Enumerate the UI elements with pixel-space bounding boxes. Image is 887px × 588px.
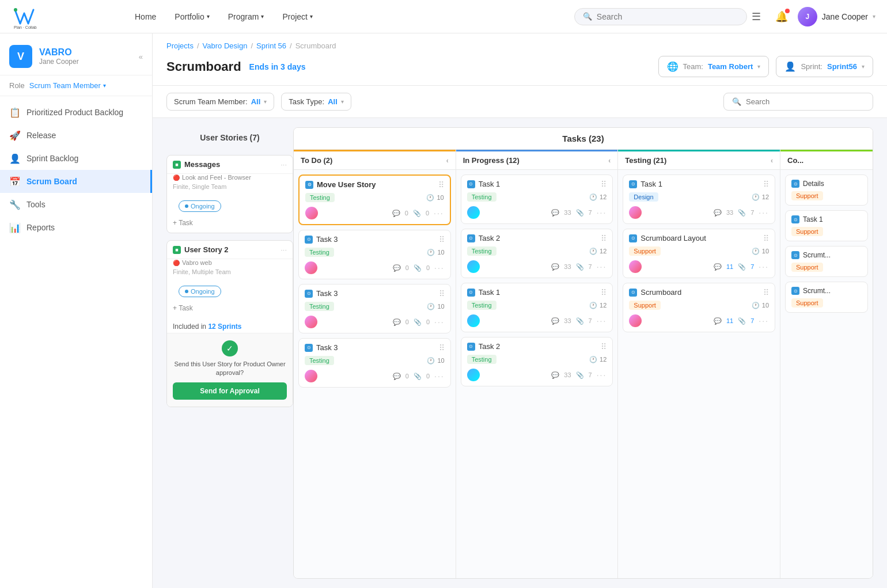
- task-more-ip-4[interactable]: ···: [597, 370, 607, 380]
- task-type-arrow: ▾: [341, 98, 344, 105]
- inprogress-nav-btn[interactable]: ‹: [608, 157, 611, 165]
- task-type-filter[interactable]: Task Type: All ▾: [281, 93, 351, 111]
- backlog-icon: 📋: [9, 107, 21, 118]
- testing-nav-btn[interactable]: ‹: [771, 157, 773, 165]
- task-drag-handle-3[interactable]: ⠿: [439, 289, 445, 298]
- breadcrumb-projects[interactable]: Projects: [166, 41, 194, 50]
- user-profile[interactable]: J Jane Cooper ▾: [798, 7, 875, 26]
- task-stats-test-2: 💬 11 📎 7 ···: [714, 262, 769, 271]
- story-status-tag-messages[interactable]: Ongoing: [179, 200, 221, 212]
- board-container: User Stories (7) ■ Messages ··· 🔴: [166, 127, 873, 579]
- add-task-btn-2[interactable]: + Task: [167, 302, 293, 318]
- task-card-comp-2[interactable]: ⊙ Task 1 Support: [785, 210, 868, 241]
- task-card-test-2[interactable]: ⊙ Scrumboard Layout ⠿ Support 🕐: [623, 229, 775, 278]
- tasks-header: Tasks (23): [294, 128, 873, 150]
- sprint-selector[interactable]: 👤 Sprint: Sprint56 ▾: [776, 56, 873, 77]
- sidebar-item-label-release: Release: [26, 131, 56, 140]
- nav-portfolio[interactable]: Portfolio ▾: [166, 9, 217, 25]
- task-more-4[interactable]: ···: [434, 371, 445, 381]
- sidebar-item-scrum-board[interactable]: 📅 Scrum Board: [0, 170, 152, 193]
- task-card-test-3[interactable]: ⊙ Scrumboard ⠿ Support 🕐: [623, 283, 775, 332]
- team-dropdown-icon: ▾: [757, 63, 760, 70]
- add-task-btn-messages[interactable]: + Task: [167, 217, 293, 233]
- task-card-ip-3[interactable]: ⊙ Task 1 ⠿ Testing 🕐: [461, 283, 613, 332]
- task-drag-ip-1[interactable]: ⠿: [601, 180, 607, 189]
- task-card-move-user-story[interactable]: ⊙ Move User Story ⠿ Testing 🕐: [298, 174, 451, 225]
- task-drag-handle-2[interactable]: ⠿: [439, 235, 445, 244]
- task-more-ip-1[interactable]: ···: [597, 208, 607, 217]
- task-card-test-1[interactable]: ⊙ Task 1 ⠿ Design 🕐: [623, 174, 775, 224]
- sidebar-item-release[interactable]: 🚀 Release: [0, 124, 152, 147]
- task-drag-handle-4[interactable]: ⠿: [439, 343, 445, 352]
- task-more-2[interactable]: ···: [434, 263, 445, 272]
- story-status-tag-2[interactable]: Ongoing: [179, 286, 221, 297]
- task-drag-ip-4[interactable]: ⠿: [601, 342, 607, 351]
- task-more-test-1[interactable]: ···: [759, 208, 769, 217]
- svg-point-1: [14, 8, 17, 12]
- send-for-approval-btn[interactable]: Send for Approval: [173, 382, 287, 400]
- global-search-bar[interactable]: 🔍: [574, 8, 747, 25]
- inprogress-column-body: ⊙ Task 1 ⠿ Testing 🕐: [456, 170, 618, 578]
- team-selector[interactable]: 🌐 Team: Team Robert ▾: [658, 56, 770, 77]
- vabro-logo[interactable]: Plan · Collaborate · Deliver: [12, 4, 37, 29]
- sidebar-item-prioritized-backlog[interactable]: 📋 Prioritized Product Backlog: [0, 101, 152, 124]
- sidebar-collapse-btn[interactable]: «: [139, 52, 143, 61]
- task-card-comp-1[interactable]: ⊙ Details Support: [785, 174, 868, 206]
- task-drag-handle-1[interactable]: ⠿: [438, 180, 444, 189]
- menu-icon-btn[interactable]: ☰: [747, 7, 765, 26]
- story-more-btn-2[interactable]: ···: [280, 245, 287, 254]
- sidebar-item-reports[interactable]: 📊 Reports: [0, 216, 152, 239]
- clock-icon-ip-2: 🕐: [589, 248, 597, 255]
- task-type-icon-test-3: ⊙: [629, 289, 637, 297]
- task-more-ip-2[interactable]: ···: [597, 262, 607, 271]
- task-drag-ip-2[interactable]: ⠿: [601, 234, 607, 243]
- task-card-ip-2[interactable]: ⊙ Task 2 ⠿ Testing 🕐: [461, 229, 613, 278]
- member-filter[interactable]: Scrum Team Member: All ▾: [166, 93, 274, 111]
- global-search-input[interactable]: [597, 12, 738, 21]
- role-row: Role Scrum Team Member ▾: [0, 75, 152, 96]
- task-drag-test-2[interactable]: ⠿: [763, 234, 769, 243]
- attach-icon-4: 📎: [414, 373, 422, 380]
- nav-project[interactable]: Project ▾: [274, 9, 321, 25]
- task-stats-2: 💬 0 📎 0 ···: [393, 263, 445, 272]
- attach-icon-test-3: 📎: [738, 317, 746, 325]
- task-footer-2: 💬 0 📎 0 ···: [305, 261, 445, 274]
- task-card-ip-1[interactable]: ⊙ Task 1 ⠿ Testing 🕐: [461, 174, 613, 224]
- sidebar-item-sprint-backlog[interactable]: 👤 Sprint Backlog: [0, 147, 152, 170]
- nav-program[interactable]: Program ▾: [220, 9, 272, 25]
- task-drag-test-3[interactable]: ⠿: [763, 288, 769, 297]
- comment-icon-ip-2: 💬: [551, 263, 559, 271]
- task-card-todo-2[interactable]: ⊙ Task 3 ⠿ Testing 🕐: [298, 230, 451, 279]
- task-more-3[interactable]: ···: [434, 317, 445, 327]
- task-time-test-3: 🕐 10: [752, 302, 769, 309]
- task-more-ip-3[interactable]: ···: [597, 316, 607, 325]
- task-card-todo-4[interactable]: ⊙ Task 3 ⠿ Testing 🕐: [298, 338, 451, 388]
- task-drag-ip-3[interactable]: ⠿: [601, 288, 607, 297]
- todo-nav-btn[interactable]: ‹: [446, 157, 449, 165]
- task-card-comp-4[interactable]: ⊙ Scrumt... Support: [785, 282, 868, 313]
- task-more-test-3[interactable]: ···: [759, 316, 769, 325]
- story-more-btn-messages[interactable]: ···: [280, 160, 287, 169]
- filter-search-input[interactable]: [746, 97, 865, 106]
- task-card-ip-4[interactable]: ⊙ Task 2 ⠿ Testing 🕐: [461, 337, 613, 386]
- comment-icon-3: 💬: [393, 318, 401, 326]
- breadcrumb-sprint56[interactable]: Sprint 56: [256, 41, 286, 50]
- task-drag-test-1[interactable]: ⠿: [763, 180, 769, 189]
- task-type-label: Task Type:: [289, 97, 324, 106]
- task-badge-comp-1: Support: [791, 191, 823, 200]
- nav-home[interactable]: Home: [127, 9, 164, 25]
- page-title: Scrumboard Ends in 3 days: [166, 59, 306, 74]
- task-more-test-2[interactable]: ···: [759, 262, 769, 271]
- team-label: Team:: [683, 62, 703, 71]
- breadcrumb-vabro-design[interactable]: Vabro Design: [203, 41, 248, 50]
- task-card-todo-3[interactable]: ⊙ Task 3 ⠿ Testing 🕐: [298, 284, 451, 333]
- task-stats-1: 💬 0 📎 0 ···: [392, 208, 444, 218]
- task-more-1[interactable]: ···: [434, 208, 444, 218]
- notification-btn[interactable]: 🔔: [772, 7, 791, 26]
- filter-search-bar[interactable]: 🔍: [723, 93, 873, 111]
- sidebar-item-tools[interactable]: 🔧 Tools: [0, 193, 152, 216]
- role-value[interactable]: Scrum Team Member ▾: [29, 81, 106, 90]
- task-card-comp-3[interactable]: ⊙ Scrumt... Support: [785, 246, 868, 277]
- task-badge-test-3: Support: [629, 301, 661, 310]
- task-card-ip-header-2: ⊙ Task 2 ⠿: [467, 234, 607, 243]
